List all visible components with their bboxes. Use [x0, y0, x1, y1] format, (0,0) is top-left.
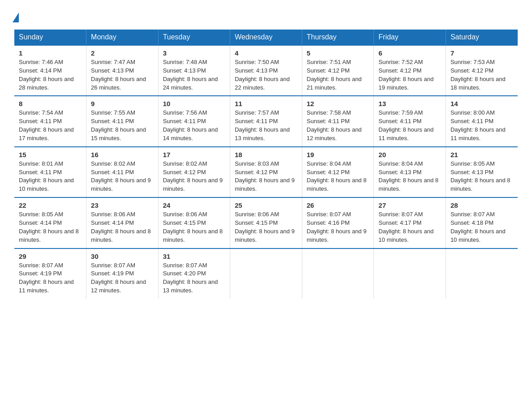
day-number: 3: [163, 49, 226, 57]
weekday-header-saturday: Saturday: [446, 30, 518, 45]
day-info: Sunrise: 8:04 AMSunset: 4:12 PMDaylight:…: [307, 160, 367, 193]
day-info: Sunrise: 8:07 AMSunset: 4:18 PMDaylight:…: [450, 211, 506, 243]
day-number: 1: [19, 49, 82, 57]
day-number: 30: [91, 253, 154, 260]
day-number: 18: [235, 151, 297, 158]
day-info: Sunrise: 8:01 AMSunset: 4:11 PMDaylight:…: [19, 160, 74, 193]
day-number: 31: [163, 253, 226, 260]
day-number: 4: [235, 49, 297, 57]
calendar-cell: 22Sunrise: 8:05 AMSunset: 4:14 PMDayligh…: [14, 197, 86, 248]
calendar-cell: 5Sunrise: 7:51 AMSunset: 4:12 PMDaylight…: [302, 45, 374, 96]
day-number: 15: [19, 151, 82, 158]
calendar-header: SundayMondayTuesdayWednesdayThursdayFrid…: [14, 30, 518, 45]
calendar-week-row: 8Sunrise: 7:54 AMSunset: 4:11 PMDaylight…: [14, 96, 518, 146]
day-number: 22: [19, 201, 82, 209]
day-info: Sunrise: 7:48 AMSunset: 4:13 PMDaylight:…: [163, 59, 218, 91]
calendar-cell: 24Sunrise: 8:06 AMSunset: 4:15 PMDayligh…: [158, 197, 230, 248]
calendar-cell: 23Sunrise: 8:06 AMSunset: 4:14 PMDayligh…: [86, 197, 159, 248]
calendar-cell: 17Sunrise: 8:02 AMSunset: 4:12 PMDayligh…: [158, 147, 230, 197]
day-number: 7: [450, 49, 513, 57]
day-info: Sunrise: 8:04 AMSunset: 4:13 PMDaylight:…: [378, 160, 438, 193]
day-number: 5: [307, 49, 369, 57]
weekday-header-row: SundayMondayTuesdayWednesdayThursdayFrid…: [14, 30, 518, 45]
calendar-cell: 21Sunrise: 8:05 AMSunset: 4:13 PMDayligh…: [446, 147, 518, 197]
calendar-cell: 13Sunrise: 7:59 AMSunset: 4:11 PMDayligh…: [374, 96, 446, 146]
day-info: Sunrise: 8:02 AMSunset: 4:12 PMDaylight:…: [163, 160, 223, 193]
weekday-header-wednesday: Wednesday: [230, 30, 302, 45]
calendar-week-row: 22Sunrise: 8:05 AMSunset: 4:14 PMDayligh…: [14, 197, 518, 248]
day-number: 2: [91, 49, 154, 57]
day-number: 16: [91, 151, 154, 158]
calendar-cell: 19Sunrise: 8:04 AMSunset: 4:12 PMDayligh…: [302, 147, 374, 197]
day-info: Sunrise: 8:06 AMSunset: 4:14 PMDaylight:…: [91, 211, 151, 243]
day-number: 27: [378, 201, 441, 209]
calendar-cell: 8Sunrise: 7:54 AMSunset: 4:11 PMDaylight…: [14, 96, 86, 146]
day-number: 24: [163, 201, 226, 209]
calendar-cell: 7Sunrise: 7:53 AMSunset: 4:12 PMDaylight…: [446, 45, 518, 96]
day-info: Sunrise: 8:05 AMSunset: 4:13 PMDaylight:…: [450, 160, 511, 193]
calendar-cell: 10Sunrise: 7:56 AMSunset: 4:11 PMDayligh…: [158, 96, 230, 146]
calendar-week-row: 29Sunrise: 8:07 AMSunset: 4:19 PMDayligh…: [14, 248, 518, 299]
day-number: 23: [91, 201, 154, 209]
calendar-cell: 27Sunrise: 8:07 AMSunset: 4:17 PMDayligh…: [374, 197, 446, 248]
weekday-header-friday: Friday: [374, 30, 446, 45]
day-info: Sunrise: 7:55 AMSunset: 4:11 PMDaylight:…: [91, 109, 146, 141]
day-info: Sunrise: 8:05 AMSunset: 4:14 PMDaylight:…: [19, 211, 79, 243]
calendar-cell: 6Sunrise: 7:52 AMSunset: 4:12 PMDaylight…: [374, 45, 446, 96]
calendar-cell: 25Sunrise: 8:06 AMSunset: 4:15 PMDayligh…: [230, 197, 302, 248]
calendar-cell: 31Sunrise: 8:07 AMSunset: 4:20 PMDayligh…: [158, 248, 230, 299]
day-info: Sunrise: 8:07 AMSunset: 4:20 PMDaylight:…: [163, 262, 218, 294]
day-number: 19: [307, 151, 369, 158]
day-info: Sunrise: 7:59 AMSunset: 4:11 PMDaylight:…: [378, 109, 433, 141]
calendar-cell: 9Sunrise: 7:55 AMSunset: 4:11 PMDaylight…: [86, 96, 159, 146]
day-info: Sunrise: 8:02 AMSunset: 4:11 PMDaylight:…: [91, 160, 151, 193]
day-number: 21: [450, 151, 513, 158]
day-number: 26: [307, 201, 369, 209]
logo-triangle-icon: [13, 13, 19, 22]
day-info: Sunrise: 7:52 AMSunset: 4:12 PMDaylight:…: [378, 59, 433, 91]
day-info: Sunrise: 7:47 AMSunset: 4:13 PMDaylight:…: [91, 59, 146, 91]
calendar-cell: 26Sunrise: 8:07 AMSunset: 4:16 PMDayligh…: [302, 197, 374, 248]
calendar-cell: 30Sunrise: 8:07 AMSunset: 4:19 PMDayligh…: [86, 248, 159, 299]
calendar-cell: 16Sunrise: 8:02 AMSunset: 4:11 PMDayligh…: [86, 147, 159, 197]
day-number: 8: [19, 100, 82, 107]
day-number: 12: [307, 100, 369, 107]
day-number: 17: [163, 151, 226, 158]
weekday-header-thursday: Thursday: [302, 30, 374, 45]
page-header: [14, 11, 518, 22]
day-info: Sunrise: 8:06 AMSunset: 4:15 PMDaylight:…: [235, 211, 295, 243]
day-info: Sunrise: 7:53 AMSunset: 4:12 PMDaylight:…: [450, 59, 506, 91]
weekday-header-monday: Monday: [86, 30, 159, 45]
day-info: Sunrise: 7:54 AMSunset: 4:11 PMDaylight:…: [19, 109, 74, 141]
calendar-cell: 3Sunrise: 7:48 AMSunset: 4:13 PMDaylight…: [158, 45, 230, 96]
logo: [14, 11, 19, 22]
day-info: Sunrise: 8:03 AMSunset: 4:12 PMDaylight:…: [235, 160, 295, 193]
calendar-cell: 15Sunrise: 8:01 AMSunset: 4:11 PMDayligh…: [14, 147, 86, 197]
day-number: 11: [235, 100, 297, 107]
day-info: Sunrise: 8:07 AMSunset: 4:19 PMDaylight:…: [19, 262, 74, 294]
calendar-cell: [302, 248, 374, 299]
day-number: 28: [450, 201, 513, 209]
weekday-header-sunday: Sunday: [14, 30, 86, 45]
weekday-header-tuesday: Tuesday: [158, 30, 230, 45]
calendar-cell: 18Sunrise: 8:03 AMSunset: 4:12 PMDayligh…: [230, 147, 302, 197]
day-number: 20: [378, 151, 441, 158]
day-number: 25: [235, 201, 297, 209]
day-info: Sunrise: 7:46 AMSunset: 4:14 PMDaylight:…: [19, 59, 74, 91]
day-info: Sunrise: 7:56 AMSunset: 4:11 PMDaylight:…: [163, 109, 218, 141]
calendar-body: 1Sunrise: 7:46 AMSunset: 4:14 PMDaylight…: [14, 45, 518, 299]
calendar-cell: 28Sunrise: 8:07 AMSunset: 4:18 PMDayligh…: [446, 197, 518, 248]
calendar-cell: 29Sunrise: 8:07 AMSunset: 4:19 PMDayligh…: [14, 248, 86, 299]
calendar-cell: 20Sunrise: 8:04 AMSunset: 4:13 PMDayligh…: [374, 147, 446, 197]
calendar-cell: 12Sunrise: 7:58 AMSunset: 4:11 PMDayligh…: [302, 96, 374, 146]
calendar-cell: [446, 248, 518, 299]
day-info: Sunrise: 8:07 AMSunset: 4:16 PMDaylight:…: [307, 211, 367, 243]
calendar-week-row: 15Sunrise: 8:01 AMSunset: 4:11 PMDayligh…: [14, 147, 518, 197]
day-info: Sunrise: 7:51 AMSunset: 4:12 PMDaylight:…: [307, 59, 362, 91]
day-number: 6: [378, 49, 441, 57]
calendar-cell: 4Sunrise: 7:50 AMSunset: 4:13 PMDaylight…: [230, 45, 302, 96]
calendar-cell: 11Sunrise: 7:57 AMSunset: 4:11 PMDayligh…: [230, 96, 302, 146]
day-info: Sunrise: 8:07 AMSunset: 4:17 PMDaylight:…: [378, 211, 433, 243]
day-info: Sunrise: 8:06 AMSunset: 4:15 PMDaylight:…: [163, 211, 223, 243]
day-info: Sunrise: 8:07 AMSunset: 4:19 PMDaylight:…: [91, 262, 146, 294]
